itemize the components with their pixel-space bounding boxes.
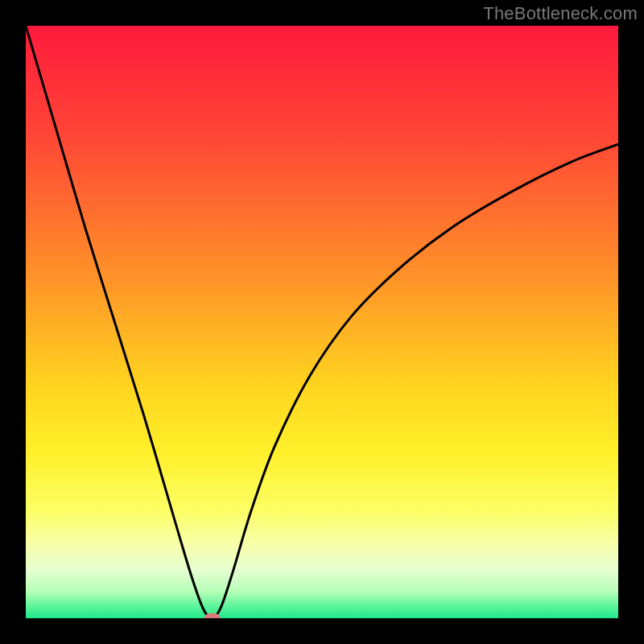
plot-area <box>26 26 618 618</box>
attribution-watermark: TheBottleneck.com <box>483 3 638 24</box>
chart-frame: TheBottleneck.com <box>0 0 644 644</box>
bottleneck-chart <box>26 26 618 618</box>
